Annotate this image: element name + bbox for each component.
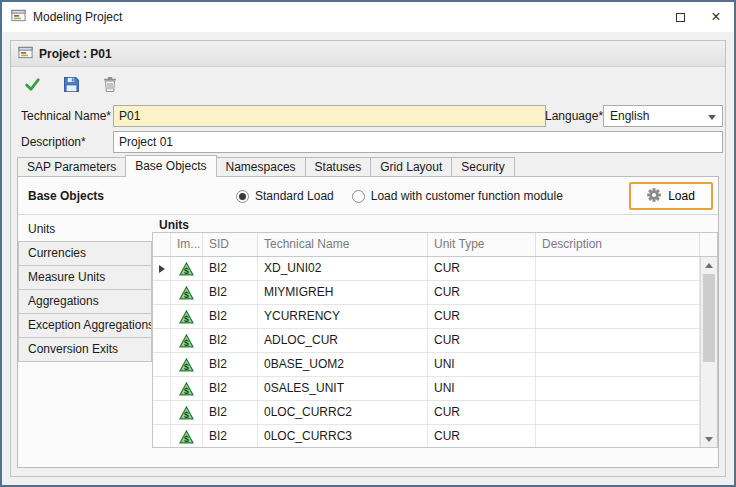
cell-description bbox=[536, 305, 700, 328]
maximize-icon bbox=[676, 13, 685, 22]
app-icon bbox=[11, 8, 26, 26]
cell-description bbox=[536, 425, 700, 447]
validate-button[interactable] bbox=[19, 73, 45, 99]
load-mode-radios: Standard Load Load with customer functio… bbox=[236, 177, 563, 215]
scroll-up-button[interactable] bbox=[701, 257, 717, 273]
grid-header: Im... SID Technical Name Unit Type Descr… bbox=[153, 233, 717, 257]
base-objects-panel: Base Objects Standard Load Load with cus… bbox=[17, 176, 719, 468]
row-selector bbox=[153, 329, 171, 352]
table-row[interactable]: $ BI2 MIYMIGREH CUR bbox=[153, 281, 700, 305]
tab-sap-parameters[interactable]: SAP Parameters bbox=[17, 157, 126, 177]
current-row-arrow-icon bbox=[159, 265, 165, 273]
units-grid: Im... SID Technical Name Unit Type Descr… bbox=[152, 232, 718, 448]
cell-unit-type: CUR bbox=[428, 305, 536, 328]
cell-sid: BI2 bbox=[203, 257, 258, 280]
cell-sid: BI2 bbox=[203, 377, 258, 400]
chevron-down-icon bbox=[708, 115, 716, 120]
validate-check-icon bbox=[24, 76, 41, 96]
vertical-scrollbar[interactable] bbox=[700, 257, 717, 447]
column-header-sid[interactable]: SID bbox=[203, 233, 258, 256]
language-value: English bbox=[610, 109, 649, 123]
cell-unit-type: UNI bbox=[428, 353, 536, 376]
tab-statuses[interactable]: Statuses bbox=[305, 157, 372, 177]
unit-icon: $ bbox=[171, 377, 203, 400]
technical-name-input[interactable] bbox=[113, 105, 546, 127]
scrollbar-thumb[interactable] bbox=[703, 274, 715, 362]
cell-description bbox=[536, 377, 700, 400]
sidebar-item-conversion-exits[interactable]: Conversion Exits bbox=[18, 337, 152, 362]
svg-text:$: $ bbox=[184, 433, 189, 443]
grid-title: Units bbox=[159, 218, 189, 232]
cell-technical-name: XD_UNI02 bbox=[258, 257, 428, 280]
column-header-description[interactable]: Description bbox=[536, 233, 700, 256]
column-header-technical-name[interactable]: Technical Name bbox=[258, 233, 428, 256]
radio-customer-label: Load with customer function module bbox=[371, 189, 563, 203]
language-dropdown[interactable]: English bbox=[603, 105, 723, 127]
save-button[interactable] bbox=[58, 73, 84, 99]
sidebar-item-exception-aggregations[interactable]: Exception Aggregations bbox=[18, 313, 152, 338]
delete-button[interactable] bbox=[97, 73, 123, 99]
sidebar-item-units[interactable]: Units bbox=[18, 217, 152, 242]
tab-namespaces[interactable]: Namespaces bbox=[216, 157, 306, 177]
project-group-header: Project : P01 bbox=[11, 41, 725, 67]
maximize-button[interactable] bbox=[662, 2, 698, 32]
close-icon: × bbox=[711, 9, 720, 25]
cell-description bbox=[536, 257, 700, 280]
cell-technical-name: ADLOC_CUR bbox=[258, 329, 428, 352]
sidebar-item-currencies[interactable]: Currencies bbox=[18, 241, 152, 266]
svg-text:$: $ bbox=[184, 337, 189, 347]
cell-unit-type: CUR bbox=[428, 257, 536, 280]
column-header-unit-type[interactable]: Unit Type bbox=[428, 233, 536, 256]
scroll-down-button[interactable] bbox=[701, 431, 717, 447]
table-row[interactable]: $ BI2 ADLOC_CUR CUR bbox=[153, 329, 700, 353]
scroll-up-icon bbox=[705, 263, 713, 268]
tab-security[interactable]: Security bbox=[451, 157, 514, 177]
cell-technical-name: 0LOC_CURRC3 bbox=[258, 425, 428, 447]
table-row[interactable]: $ BI2 0BASE_UOM2 UNI bbox=[153, 353, 700, 377]
column-header-im[interactable]: Im... bbox=[171, 233, 203, 256]
unit-icon: $ bbox=[171, 353, 203, 376]
column-header-selector bbox=[153, 233, 171, 256]
project-group-title: Project : P01 bbox=[39, 47, 112, 61]
cell-unit-type: CUR bbox=[428, 281, 536, 304]
titlebar: Modeling Project × bbox=[2, 2, 734, 32]
sidebar-item-measure-units[interactable]: Measure Units bbox=[18, 265, 152, 290]
radio-customer-function[interactable]: Load with customer function module bbox=[352, 189, 563, 203]
column-header-pad bbox=[700, 233, 717, 256]
radio-standard-label: Standard Load bbox=[255, 189, 334, 203]
row-selector bbox=[153, 353, 171, 376]
toolbar bbox=[11, 68, 725, 104]
description-input[interactable] bbox=[113, 131, 723, 153]
gear-icon bbox=[647, 188, 661, 205]
table-row[interactable]: $ BI2 0LOC_CURRC3 CUR bbox=[153, 425, 700, 447]
table-row[interactable]: $ BI2 0SALES_UNIT UNI bbox=[153, 377, 700, 401]
radio-standard-load[interactable]: Standard Load bbox=[236, 189, 334, 203]
cell-technical-name: 0BASE_UOM2 bbox=[258, 353, 428, 376]
tab-base-objects[interactable]: Base Objects bbox=[125, 155, 216, 177]
svg-text:$: $ bbox=[184, 313, 189, 323]
grid-body: $ BI2 XD_UNI02 CUR $ BI2 MIYMIGREH CUR bbox=[153, 257, 717, 447]
table-row[interactable]: $ BI2 XD_UNI02 CUR bbox=[153, 257, 700, 281]
project-groupbox: Project : P01 bbox=[10, 40, 726, 477]
close-button[interactable]: × bbox=[698, 2, 734, 32]
technical-name-label: Technical Name* bbox=[21, 105, 111, 127]
sidebar-item-aggregations[interactable]: Aggregations bbox=[18, 289, 152, 314]
load-button[interactable]: Load bbox=[629, 182, 713, 210]
unit-icon: $ bbox=[171, 305, 203, 328]
window-title: Modeling Project bbox=[33, 10, 122, 24]
row-selector bbox=[153, 401, 171, 424]
cell-description bbox=[536, 401, 700, 424]
table-row[interactable]: $ BI2 YCURRENCY CUR bbox=[153, 305, 700, 329]
tab-strip: SAP Parameters Base Objects Namespaces S… bbox=[17, 155, 514, 177]
description-label: Description* bbox=[21, 131, 86, 153]
cell-sid: BI2 bbox=[203, 353, 258, 376]
save-floppy-icon bbox=[63, 76, 80, 96]
cell-sid: BI2 bbox=[203, 281, 258, 304]
object-type-sidebar: Units Currencies Measure Units Aggregati… bbox=[18, 217, 152, 362]
table-row[interactable]: $ BI2 0LOC_CURRC2 CUR bbox=[153, 401, 700, 425]
tab-grid-layout[interactable]: Grid Layout bbox=[370, 157, 452, 177]
cell-description bbox=[536, 353, 700, 376]
unit-icon: $ bbox=[171, 257, 203, 280]
row-selector bbox=[153, 281, 171, 304]
cell-technical-name: 0LOC_CURRC2 bbox=[258, 401, 428, 424]
